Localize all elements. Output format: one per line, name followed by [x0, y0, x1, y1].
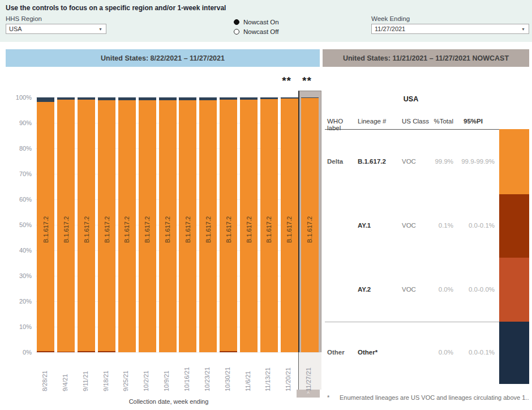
table-cell: VOC — [402, 222, 429, 229]
bar-segment-ay[interactable] — [220, 351, 237, 352]
x-tick-label: 11/13/21 — [264, 356, 273, 391]
table-cell: VOC — [402, 158, 429, 165]
significance-annotation: ** — [282, 75, 291, 87]
hhs-region-label: HHS Region — [6, 15, 42, 22]
column-header: US Class — [402, 118, 429, 125]
bar-lineage-label: B.1.617.2 — [143, 211, 152, 248]
table-cell: AY.2 — [358, 286, 397, 293]
variant-chart: 100%90%80%70%60%50%40%30%20%10%0%B.1.617… — [6, 68, 320, 410]
bar-lineage-label: B.1.617.2 — [204, 211, 213, 248]
x-tick-label: 11/6/21 — [244, 356, 254, 391]
week-ending-value: 11/27/2021 — [375, 25, 518, 32]
nowcast-on-radio[interactable]: Nowcast On — [234, 19, 279, 25]
bar-lineage-label: B.1.617.2 — [244, 211, 254, 248]
bar-lineage-label: B.1.617.2 — [62, 211, 71, 248]
nowcast-color-strip-segment[interactable] — [499, 258, 529, 322]
y-tick-label: 80% — [6, 145, 32, 152]
table-cell: 99.9% — [426, 158, 453, 165]
nowcast-table-panel: USA WHO labelLineage #US Class%Total95%P… — [323, 68, 529, 410]
x-tick-label: 10/9/21 — [163, 356, 172, 391]
bar-segment-ay[interactable] — [78, 351, 95, 352]
column-header: Lineage # — [358, 118, 397, 125]
significance-annotation: ** — [302, 75, 312, 87]
y-tick-label: 20% — [6, 298, 32, 305]
nowcast-color-strip-segment[interactable] — [499, 322, 529, 384]
hhs-region-value: USA — [9, 25, 95, 32]
x-tick-label: 9/25/21 — [122, 356, 131, 391]
radio-unselected-icon — [234, 29, 239, 35]
bar-segment-other[interactable] — [37, 97, 54, 102]
table-cell: 0.0-0.1% — [454, 222, 495, 229]
radio-selected-icon — [234, 19, 239, 25]
bar-lineage-label: B.1.617.2 — [305, 211, 314, 248]
y-tick-label: 50% — [6, 221, 32, 228]
nowcast-off-radio[interactable]: Nowcast Off — [234, 28, 278, 35]
y-tick-label: 40% — [6, 247, 32, 254]
week-ending-dropdown[interactable]: 11/27/2021 ▼ — [371, 24, 529, 34]
x-axis-title: Collection date, week ending — [36, 398, 302, 405]
bar-lineage-label: B.1.617.2 — [122, 211, 131, 248]
chevron-down-icon: ▼ — [521, 27, 525, 31]
nowcast-color-strip-segment[interactable] — [499, 194, 529, 258]
bar-lineage-label: B.1.617.2 — [183, 211, 192, 248]
bar-lineage-label: B.1.617.2 — [285, 211, 294, 248]
chevron-down-icon: ▼ — [98, 27, 102, 31]
table-cell: 0.0% — [426, 349, 453, 356]
table-cell: Other — [327, 349, 358, 356]
bar-lineage-label: B.1.617.2 — [163, 211, 172, 248]
bar-lineage-label: B.1.617.2 — [82, 211, 91, 248]
gridline — [36, 352, 320, 353]
column-header: %Total — [426, 118, 453, 125]
x-tick-label: 11/20/21 — [285, 356, 294, 391]
bar-lineage-label: B.1.617.2 — [41, 211, 50, 248]
table-cell: VOC — [402, 286, 429, 293]
header-divider — [325, 129, 529, 130]
left-chart-header: United States: 8/22/2021 – 11/27/2021 — [6, 49, 320, 67]
table-cell: B.1.617.2 — [358, 158, 397, 165]
x-tick-label: 8/28/21 — [41, 356, 50, 391]
y-tick-label: 90% — [6, 119, 32, 126]
instruction-text: Use the controls to focus on a specific … — [6, 4, 226, 12]
controls-bar: Use the controls to focus on a specific … — [0, 0, 532, 42]
bar-segment-ay[interactable] — [98, 351, 115, 352]
footnote-text: Enumerated lineages are US VOC and linea… — [340, 394, 529, 401]
y-tick-label: 100% — [6, 94, 32, 101]
y-tick-label: 70% — [6, 170, 32, 177]
bar-segment-ay[interactable] — [57, 352, 75, 352]
table-cell: 99.9-99.9% — [454, 158, 495, 165]
x-tick-label: 10/2/21 — [143, 356, 152, 391]
hhs-region-dropdown[interactable]: USA ▼ — [6, 24, 106, 34]
table-cell: Other* — [358, 349, 397, 356]
bar-lineage-label: B.1.617.2 — [264, 211, 273, 248]
y-tick-label: 30% — [6, 272, 32, 279]
bar-lineage-label: B.1.617.2 — [224, 211, 233, 248]
table-cell: Delta — [327, 158, 358, 165]
other-row-divider — [325, 322, 499, 322]
variant-proportions-dashboard: Use the controls to focus on a specific … — [0, 0, 532, 410]
x-tick-label: 9/4/21 — [62, 356, 71, 391]
y-tick-label: 0% — [6, 349, 32, 356]
table-cell: 0.0% — [426, 286, 453, 293]
bar-lineage-label: B.1.617.2 — [102, 211, 111, 248]
week-ending-label: Week Ending — [371, 15, 410, 22]
nowcast-color-strip-segment[interactable] — [499, 129, 529, 194]
table-cell: 0.0-0.1% — [454, 349, 495, 356]
nowcast-off-label: Nowcast Off — [243, 28, 278, 35]
y-tick-label: 60% — [6, 196, 32, 203]
y-tick-label: 10% — [6, 323, 32, 330]
table-cell: 0.0-0.0% — [454, 286, 495, 293]
column-header: 95%PI — [457, 118, 490, 125]
x-tick-label: 10/23/21 — [204, 356, 213, 391]
nowcast-header: United States: 11/21/2021 – 11/27/2021 N… — [323, 49, 529, 67]
nowcast-on-label: Nowcast On — [243, 19, 279, 25]
bar-segment-ay[interactable] — [37, 351, 54, 352]
table-cell: 0.1% — [426, 222, 453, 229]
x-tick-label: 9/18/21 — [102, 356, 111, 391]
x-tick-label: 10/16/21 — [183, 356, 192, 391]
x-tick-label: 9/11/21 — [82, 356, 91, 391]
x-tick-label: 11/27/21 — [305, 356, 314, 391]
nowcast-region-title: USA — [323, 95, 499, 103]
x-tick-label: 10/30/21 — [224, 356, 233, 391]
table-cell: AY.1 — [358, 222, 397, 229]
footnote-marker: * — [327, 394, 329, 401]
